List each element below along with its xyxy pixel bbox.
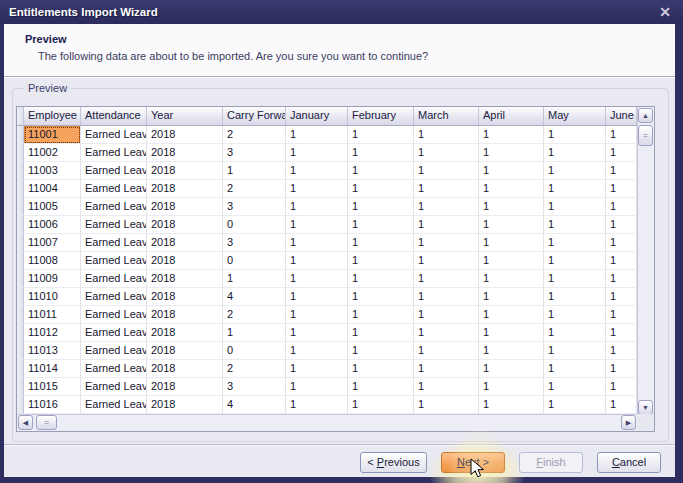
grid-cell[interactable]: 1 (544, 306, 606, 324)
cancel-button[interactable]: Cancel (597, 452, 661, 473)
grid-cell[interactable]: 1 (544, 180, 606, 198)
grid-cell[interactable]: 1 (544, 234, 606, 252)
grid-cell[interactable]: 1 (286, 252, 348, 270)
grid-cell[interactable]: Earned Leave (81, 234, 147, 252)
grid-cell[interactable]: 1 (286, 216, 348, 234)
grid-cell[interactable]: 2018 (147, 252, 223, 270)
grid-cell[interactable]: 1 (286, 198, 348, 216)
grid-cell[interactable]: 1 (286, 342, 348, 360)
grid-cell[interactable]: 2018 (147, 126, 223, 144)
grid-cell[interactable]: 1 (286, 306, 348, 324)
grid-cell[interactable]: 1 (606, 144, 637, 162)
grid-cell[interactable]: 1 (348, 306, 414, 324)
grid-cell[interactable]: 0 (223, 216, 286, 234)
grid-cell[interactable]: Earned Leave (81, 378, 147, 396)
grid-cell[interactable]: Earned Leave (81, 324, 147, 342)
grid-cell[interactable]: 2018 (147, 144, 223, 162)
scroll-right-icon[interactable]: ▶ (621, 415, 636, 430)
grid-cell[interactable]: 1 (544, 144, 606, 162)
grid-cell[interactable]: 1 (414, 126, 479, 144)
column-header-march[interactable]: March (414, 107, 479, 126)
grid-cell[interactable]: 1 (479, 144, 544, 162)
scroll-up-icon[interactable]: ▲ (638, 108, 653, 123)
grid-cell[interactable]: 1 (606, 180, 637, 198)
grid-cell[interactable]: 3 (223, 144, 286, 162)
grid-cell[interactable]: 1 (414, 342, 479, 360)
grid-cell[interactable]: 1 (348, 396, 414, 414)
grid-cell[interactable]: Earned Leave (81, 360, 147, 378)
grid-cell[interactable]: 1 (544, 198, 606, 216)
grid-cell[interactable]: 1 (479, 162, 544, 180)
grid-cell[interactable]: 1 (414, 216, 479, 234)
grid-cell[interactable]: 1 (544, 396, 606, 414)
grid-cell[interactable]: 1 (414, 324, 479, 342)
grid-cell[interactable]: 11014 (24, 360, 81, 378)
grid-cell[interactable]: Earned Leave (81, 252, 147, 270)
grid-cell[interactable]: 11015 (24, 378, 81, 396)
grid-cell[interactable]: 1 (479, 288, 544, 306)
close-icon[interactable]: ✕ (659, 3, 671, 21)
column-header-june[interactable]: June (606, 107, 637, 126)
column-header-april[interactable]: April (479, 107, 544, 126)
grid-cell[interactable]: 1 (414, 378, 479, 396)
grid-cell[interactable]: 1 (544, 162, 606, 180)
grid-cell[interactable]: 1 (414, 234, 479, 252)
grid-cell[interactable]: Earned Leave (81, 342, 147, 360)
scroll-left-icon[interactable]: ◀ (18, 415, 33, 430)
grid-cell[interactable]: 11011 (24, 306, 81, 324)
column-header-january[interactable]: January (286, 107, 348, 126)
grid-cell[interactable]: 1 (414, 360, 479, 378)
grid-cell[interactable]: 1 (479, 234, 544, 252)
grid-cell[interactable]: 11010 (24, 288, 81, 306)
grid-cell[interactable]: 1 (606, 252, 637, 270)
grid-cell[interactable]: 11002 (24, 144, 81, 162)
grid-cell[interactable]: 2018 (147, 198, 223, 216)
grid-cell[interactable]: 1 (544, 288, 606, 306)
grid-cell[interactable]: 1 (286, 360, 348, 378)
grid-cell[interactable]: 1 (544, 324, 606, 342)
grid-cell[interactable]: 11012 (24, 324, 81, 342)
column-header-carry-forward[interactable]: Carry Forward (223, 107, 286, 126)
grid-cell[interactable]: 11007 (24, 234, 81, 252)
grid-cell[interactable]: Earned Leave (81, 288, 147, 306)
preview-data-grid[interactable]: Employee IdAttendanceYearCarry ForwardJa… (16, 106, 655, 432)
grid-cell[interactable]: 1 (606, 342, 637, 360)
grid-cell[interactable]: 2018 (147, 324, 223, 342)
grid-cell[interactable]: 11004 (24, 180, 81, 198)
column-header-attendance[interactable]: Attendance (81, 107, 147, 126)
grid-cell[interactable]: 1 (479, 324, 544, 342)
grid-cell[interactable]: 1 (544, 378, 606, 396)
grid-cell[interactable]: 11003 (24, 162, 81, 180)
grid-cell[interactable]: 11013 (24, 342, 81, 360)
grid-cell[interactable]: 11008 (24, 252, 81, 270)
grid-cell[interactable]: Earned Leave (81, 144, 147, 162)
grid-cell[interactable]: 1 (544, 252, 606, 270)
grid-cell[interactable]: 1 (479, 378, 544, 396)
grid-cell[interactable]: 2018 (147, 216, 223, 234)
grid-cell[interactable]: 1 (286, 378, 348, 396)
grid-cell[interactable]: Earned Leave (81, 198, 147, 216)
vertical-scrollbar[interactable]: ▲ = ▼ (637, 107, 654, 416)
column-header-may[interactable]: May (544, 107, 606, 126)
grid-cell[interactable]: 2 (223, 126, 286, 144)
grid-cell[interactable]: Earned Leave (81, 126, 147, 144)
grid-cell[interactable]: 1 (286, 234, 348, 252)
grid-cell[interactable]: 1 (348, 234, 414, 252)
grid-cell[interactable]: 1 (414, 288, 479, 306)
grid-cell[interactable]: 1 (606, 216, 637, 234)
grid-cell[interactable]: 2018 (147, 180, 223, 198)
selected-cell[interactable]: 11001 (24, 126, 81, 144)
grid-cell[interactable]: 1 (544, 126, 606, 144)
grid-cell[interactable]: 1 (479, 306, 544, 324)
grid-cell[interactable]: 11006 (24, 216, 81, 234)
grid-cell[interactable]: 1 (348, 162, 414, 180)
grid-cell[interactable]: 2 (223, 306, 286, 324)
grid-cell[interactable]: 1 (544, 342, 606, 360)
grid-cell[interactable]: 1 (414, 144, 479, 162)
grid-cell[interactable]: 1 (286, 180, 348, 198)
grid-cell[interactable]: 1 (286, 396, 348, 414)
vertical-scroll-thumb[interactable]: = (638, 125, 653, 146)
grid-cell[interactable]: 1 (414, 162, 479, 180)
grid-cell[interactable]: 1 (606, 360, 637, 378)
grid-cell[interactable]: 1 (348, 270, 414, 288)
